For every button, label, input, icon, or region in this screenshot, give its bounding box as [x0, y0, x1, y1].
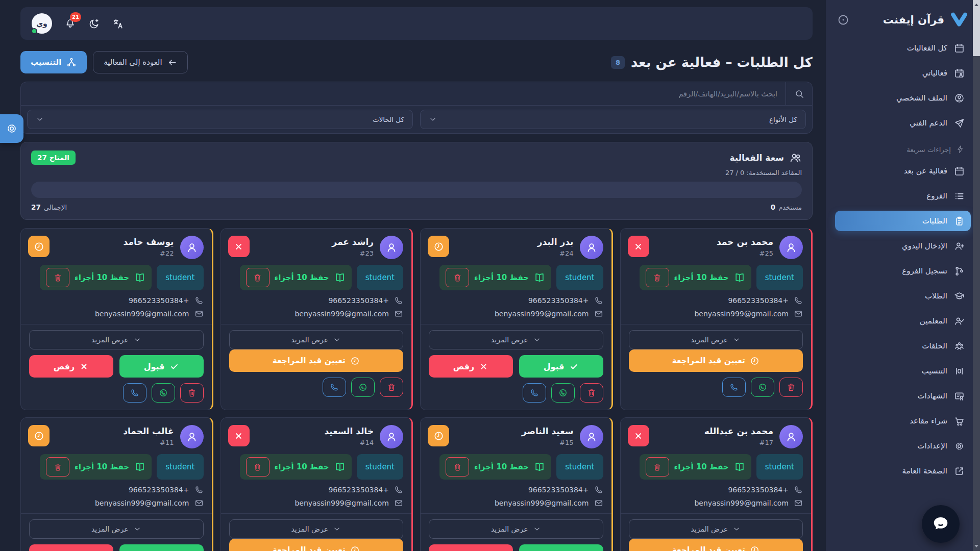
review-button[interactable]: تعيين قيد المراجعة: [629, 349, 803, 372]
accept-reject-actions: قبول رفض: [29, 355, 204, 378]
review-button[interactable]: تعيين قيد المراجعة: [629, 539, 803, 551]
call-button[interactable]: [523, 383, 546, 403]
show-more-button[interactable]: عرض المزيد: [429, 519, 603, 539]
scrollbar-down-arrow[interactable]: [973, 542, 980, 550]
delete-request-button[interactable]: [779, 378, 803, 397]
show-more-button[interactable]: عرض المزيد: [229, 519, 404, 539]
accept-button[interactable]: قبول: [119, 544, 204, 551]
whatsapp-button[interactable]: [152, 383, 175, 403]
placement-button[interactable]: التنسيب: [20, 51, 87, 73]
sidebar-item-register-branches[interactable]: تسجيل الفروع: [835, 261, 971, 281]
sidebar-item-support[interactable]: الدعم الفني: [835, 113, 971, 133]
sidebar-item-settings[interactable]: الإعدادات: [835, 436, 971, 456]
status-badge[interactable]: [428, 236, 449, 257]
lightning-icon: [956, 145, 965, 154]
sidebar-item-manual-entry[interactable]: الإدخال اليدوي: [835, 236, 971, 256]
search-button[interactable]: [786, 82, 812, 105]
status-badge[interactable]: [628, 425, 649, 446]
show-more-button[interactable]: عرض المزيد: [29, 519, 204, 539]
sidebar-item-placement[interactable]: التنسيب: [835, 361, 971, 381]
status-badge[interactable]: [628, 236, 649, 257]
delete-request-button[interactable]: [180, 383, 204, 403]
avatar: [180, 425, 204, 448]
remove-memorization-button[interactable]: [646, 457, 669, 477]
reject-button[interactable]: رفض: [429, 355, 513, 378]
sidebar-item-students[interactable]: الطلاب: [835, 286, 971, 306]
status-badge[interactable]: [428, 425, 449, 446]
search-input[interactable]: [21, 90, 786, 98]
book-icon: [734, 461, 745, 472]
remove-memorization-button[interactable]: [46, 268, 69, 287]
delete-request-button[interactable]: [580, 383, 603, 403]
status-badge[interactable]: [228, 236, 250, 257]
name-block: خالد السعيد #14: [324, 425, 374, 446]
show-more-button[interactable]: عرض المزيد: [229, 330, 404, 349]
reject-button[interactable]: رفض: [29, 355, 113, 378]
chat-widget-button[interactable]: [922, 505, 960, 543]
show-more-button[interactable]: عرض المزيد: [429, 330, 603, 349]
reject-button[interactable]: رفض: [429, 544, 513, 551]
remove-memorization-button[interactable]: [446, 268, 469, 287]
user-avatar[interactable]: وي: [32, 13, 52, 34]
sidebar-item-remote-event[interactable]: فعالية عن بعد: [835, 161, 971, 181]
scrollbar-thumb[interactable]: [973, 9, 980, 56]
accept-button[interactable]: قبول: [519, 544, 603, 551]
remove-memorization-button[interactable]: [246, 457, 270, 477]
notifications-button[interactable]: 21: [64, 17, 76, 31]
remove-memorization-button[interactable]: [246, 268, 270, 287]
type-filter-select[interactable]: كل الأنواع: [420, 110, 806, 129]
back-to-event-button[interactable]: العودة إلى الفعالية: [93, 51, 187, 73]
sidebar-item-circles[interactable]: الحلقات: [835, 336, 971, 356]
call-button[interactable]: [722, 378, 746, 397]
sidebar-item-branches[interactable]: الفروع: [835, 186, 971, 206]
reject-button[interactable]: رفض: [29, 544, 113, 551]
envelope-icon: [194, 498, 204, 508]
sidebar-collapse-icon[interactable]: [837, 14, 849, 26]
sidebar-item-certificates[interactable]: الشهادات: [835, 386, 971, 406]
status-badge[interactable]: [28, 425, 50, 446]
sidebar-item-profile[interactable]: الملف الشخصي: [835, 88, 971, 108]
accept-button[interactable]: قبول: [119, 355, 204, 378]
show-more-button[interactable]: عرض المزيد: [629, 519, 803, 539]
remove-memorization-button[interactable]: [446, 457, 469, 477]
phone-icon: [530, 388, 539, 397]
sidebar-item-requests[interactable]: الطلبات: [835, 211, 971, 231]
sidebar-item-all-events[interactable]: كل الفعاليات: [835, 38, 971, 58]
sidebar-item-teachers[interactable]: المعلمين: [835, 311, 971, 331]
whatsapp-button[interactable]: [751, 378, 774, 397]
status-badge[interactable]: [28, 236, 50, 257]
capacity-progress-bar: [31, 182, 802, 198]
review-button[interactable]: تعيين قيد المراجعة: [229, 349, 404, 372]
sidebar-item-buy-seats[interactable]: شراء مقاعد: [835, 411, 971, 431]
contact-info: +966523350384 benyassin999@gmail.com: [229, 296, 404, 318]
delete-request-button[interactable]: [380, 378, 403, 397]
scrollbar-up-arrow[interactable]: [973, 0, 980, 9]
role-badge: student: [157, 454, 203, 480]
accept-button[interactable]: قبول: [519, 355, 603, 378]
contact-info: +966523350384 benyassin999@gmail.com: [229, 485, 404, 508]
sidebar-item-public-page[interactable]: الصفحة العامة: [835, 461, 971, 481]
remove-memorization-button[interactable]: [46, 457, 69, 477]
call-button[interactable]: [123, 383, 146, 403]
dark-mode-moon-icon[interactable]: [88, 18, 100, 30]
call-button[interactable]: [323, 378, 346, 397]
sidebar-item-my-events[interactable]: فعالياتي: [835, 63, 971, 83]
translate-icon[interactable]: [112, 18, 124, 30]
role-badge: student: [556, 265, 603, 290]
show-more-button[interactable]: عرض المزيد: [29, 330, 204, 349]
status-badge[interactable]: [228, 425, 250, 446]
nav-item-icon: [954, 93, 965, 104]
page-scrollbar[interactable]: [973, 0, 980, 551]
envelope-icon: [594, 498, 603, 508]
envelope-icon: [594, 309, 603, 318]
nav-item-label: فعالية عن بعد: [904, 166, 947, 176]
requests-count-badge: 8: [611, 56, 625, 69]
book-icon: [134, 272, 145, 283]
review-button[interactable]: تعيين قيد المراجعة: [229, 539, 404, 551]
remove-memorization-button[interactable]: [646, 268, 669, 287]
whatsapp-button[interactable]: [551, 383, 575, 403]
settings-fab-button[interactable]: [0, 114, 23, 143]
whatsapp-button[interactable]: [351, 378, 375, 397]
show-more-button[interactable]: عرض المزيد: [629, 330, 803, 349]
status-filter-select[interactable]: كل الحالات: [27, 110, 413, 129]
